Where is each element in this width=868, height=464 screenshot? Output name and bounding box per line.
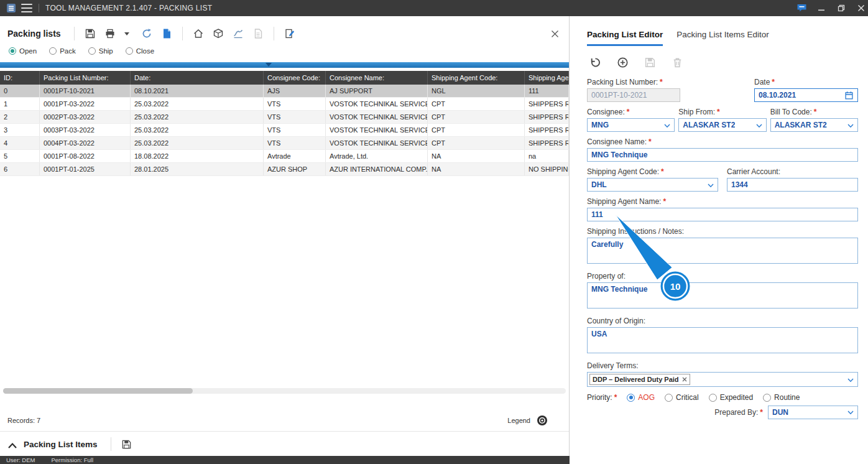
column-header[interactable]: Shipping Agent Name: <box>525 71 569 85</box>
chevron-down-icon <box>847 374 854 385</box>
status-permission: Permission: Full <box>51 457 93 463</box>
shipping-agent-code-select[interactable]: DHL <box>587 178 718 192</box>
shipping-agent-name-field[interactable] <box>587 208 858 221</box>
records-count: Records: 7 <box>7 417 40 424</box>
table-row[interactable]: 20002PT-03-202225.03.2022VTSVOSTOK TECHN… <box>0 111 569 124</box>
horizontal-scrollbar-track[interactable] <box>3 388 566 394</box>
print-button[interactable] <box>102 26 118 42</box>
filter-pack[interactable]: Pack <box>49 47 76 55</box>
minimize-button[interactable] <box>813 1 829 15</box>
items-save-button[interactable] <box>119 436 135 452</box>
country-of-origin-field[interactable]: USA <box>587 327 858 353</box>
priority-expedited[interactable]: Expedited <box>709 393 753 402</box>
cell: 5 <box>0 150 40 162</box>
carrier-account-field[interactable] <box>727 178 858 192</box>
tab-packing-list-editor[interactable]: Packing List Editor <box>587 30 663 46</box>
filter-open[interactable]: Open <box>9 47 37 55</box>
field-label: Consignee Name: <box>587 137 647 146</box>
save-editor-button <box>642 54 658 70</box>
package-icon <box>213 28 224 39</box>
required-marker: * <box>814 108 817 116</box>
consignee-select[interactable]: MNG <box>587 118 675 132</box>
priority-aog[interactable]: AOG <box>627 393 655 402</box>
delivery-terms-select[interactable]: DDP – Delivered Duty Paid <box>587 372 858 387</box>
chevron-down-icon <box>704 179 714 190</box>
horizontal-scrollbar-thumb[interactable] <box>3 388 193 394</box>
date-field[interactable] <box>755 89 843 101</box>
packing-list-editor-panel: Packing List Editor Packing List Items E… <box>570 16 868 464</box>
menu-icon[interactable] <box>21 4 32 12</box>
filter-ship[interactable]: Ship <box>88 47 113 55</box>
new-document-button[interactable] <box>159 26 175 42</box>
chevron-down-icon <box>844 119 854 131</box>
legend-button[interactable] <box>537 415 548 426</box>
column-header[interactable]: Packing List Number: <box>40 71 131 85</box>
divider <box>274 27 274 40</box>
filter-close[interactable]: Close <box>126 47 154 55</box>
consignee-name-field[interactable] <box>587 148 858 162</box>
package-button[interactable] <box>210 26 226 42</box>
select-value: DUN <box>772 408 788 417</box>
shipping-instructions-field[interactable]: Carefully <box>587 238 858 264</box>
edit-button[interactable] <box>282 26 298 42</box>
window-title: TOOL MANAGEMENT 2.1.407 - PACKING LIST <box>45 4 212 12</box>
column-header[interactable]: Consignee Code: <box>264 71 326 85</box>
prepared-by-select[interactable]: DUN <box>768 406 858 419</box>
cell: VOSTOK TECHNIKAL SERVICES <box>326 137 428 149</box>
cell: 08.10.2021 <box>131 85 264 97</box>
trash-icon <box>672 57 683 68</box>
cell: 0001PT-03-2022 <box>40 98 131 110</box>
home-icon <box>193 28 204 39</box>
column-header[interactable]: Date: <box>131 71 264 85</box>
priority-critical[interactable]: Critical <box>665 393 699 402</box>
calendar-button[interactable] <box>843 89 855 101</box>
required-marker: * <box>614 393 617 402</box>
status-user: User: DEM <box>6 457 35 463</box>
undo-button[interactable] <box>587 54 603 70</box>
priority-label: Expedited <box>720 393 753 402</box>
field-label: Date <box>754 78 770 86</box>
radio-icon <box>9 47 16 55</box>
table-row[interactable]: 40004PT-03-202225.03.2022VTSVOSTOK TECHN… <box>0 137 569 150</box>
close-window-button[interactable] <box>853 1 868 15</box>
table-row[interactable]: 60001PT-01-202528.01.2025AZUR SHOPAZUR I… <box>0 163 569 176</box>
home-button[interactable] <box>190 26 206 42</box>
chat-icon[interactable] <box>793 1 810 15</box>
cell: 25.03.2022 <box>131 98 264 110</box>
cell: 1 <box>0 98 40 110</box>
select-value: DHL <box>591 180 607 189</box>
edit-icon <box>284 28 295 39</box>
field-label: Ship From: <box>678 108 715 116</box>
save-button[interactable] <box>82 26 98 42</box>
bill-to-code-select[interactable]: ALASKAR ST2 <box>770 118 858 132</box>
cell: 2 <box>0 111 40 123</box>
refresh-button[interactable] <box>139 26 155 42</box>
signature-button[interactable] <box>230 26 246 42</box>
tab-packing-list-items-editor[interactable]: Packing List Items Editor <box>676 30 769 46</box>
ship-from-select[interactable]: ALASKAR ST2 <box>678 118 766 132</box>
cell: NA <box>428 163 525 175</box>
field-label: Priority: <box>587 393 612 402</box>
table-row[interactable]: 50001PT-08-202218.08.2022AvtradeAvtrade,… <box>0 150 569 163</box>
grid-top-scrollbar[interactable] <box>0 62 569 68</box>
restore-button[interactable] <box>833 1 849 15</box>
column-header[interactable]: ID: <box>0 71 40 85</box>
cell: 0003PT-03-2022 <box>40 124 131 136</box>
column-header[interactable]: Consignee Name: <box>326 71 428 85</box>
new-document-icon <box>161 28 172 39</box>
add-button[interactable] <box>614 54 630 70</box>
remove-tag-button[interactable] <box>682 377 687 382</box>
close-panel-button[interactable] <box>548 27 561 40</box>
calendar-icon <box>844 91 854 100</box>
priority-label: AOG <box>638 393 655 402</box>
table-row[interactable]: 10001PT-03-202225.03.2022VTSVOSTOK TECHN… <box>0 98 569 111</box>
table-row[interactable]: 30003PT-03-202225.03.2022VTSVOSTOK TECHN… <box>0 124 569 137</box>
priority-routine[interactable]: Routine <box>763 393 800 402</box>
column-header[interactable]: Shipping Agent Code: <box>428 71 525 85</box>
table-row[interactable]: 00001PT-10-202108.10.2021AJSAJ SUPPORTNG… <box>0 85 569 98</box>
chevron-down-icon <box>844 408 854 417</box>
collapse-button[interactable] <box>7 440 17 448</box>
property-of-field[interactable]: MNG Technique <box>587 282 858 309</box>
print-dropdown-button[interactable] <box>119 26 135 42</box>
cell: VTS <box>264 124 326 136</box>
